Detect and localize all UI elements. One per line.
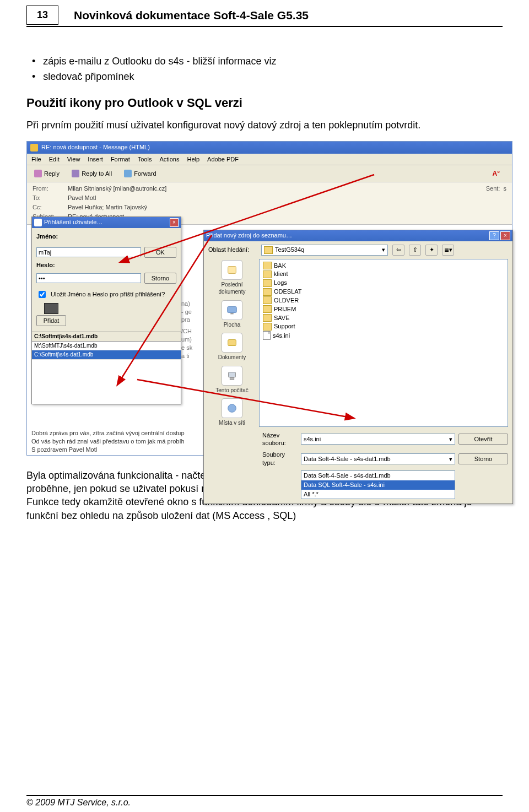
text-fragment: um) <box>181 335 192 344</box>
reply-all-label: Reply to All <box>82 170 112 178</box>
back-icon[interactable]: ⇦ <box>392 245 404 256</box>
save-credentials-checkbox[interactable] <box>39 291 46 298</box>
text-fragment: e sk <box>181 344 192 352</box>
views-icon[interactable]: ≣▾ <box>442 245 454 256</box>
places-label: Dokumenty <box>218 354 246 361</box>
menu-tools[interactable]: Tools <box>138 155 152 164</box>
text-fragment: - ge <box>181 308 192 316</box>
folder-name: SAVE <box>274 314 290 322</box>
menu-help[interactable]: Help <box>187 155 199 164</box>
folder-name: ODESLAT <box>274 288 302 296</box>
lookin-combo[interactable]: TestG534q ▾ <box>261 245 388 256</box>
help-icon[interactable]: ? <box>489 231 499 240</box>
folder-icon <box>263 314 272 322</box>
filetype-option-selected[interactable]: Data SQL Soft-4-Sale - s4s.ini <box>301 480 455 490</box>
menu-edit[interactable]: Edit <box>49 155 60 164</box>
folder-item[interactable]: PRIJEM <box>263 305 504 313</box>
filename-input[interactable]: s4s.ini▾ <box>301 434 455 445</box>
datasource-list: C:\Softmtj\s4s-dat1.mdb M:\SoftMTJ\s4s-d… <box>32 332 181 360</box>
computer-icon <box>222 366 242 386</box>
forward-button[interactable]: Forward <box>120 169 160 179</box>
places-recent[interactable]: Poslední dokumenty <box>208 260 256 296</box>
filetype-dropdown[interactable]: Data Soft-4-Sale - s4s-dat1.mdb Data SQL… <box>301 470 455 500</box>
outlook-toolbar: Reply Reply to All Forward A° <box>27 165 512 182</box>
a-tracking-icon[interactable]: A° <box>493 169 500 178</box>
folder-name: klient <box>274 270 288 278</box>
chevron-down-icon: ▾ <box>449 455 452 463</box>
reply-icon <box>34 170 42 177</box>
new-folder-icon[interactable]: ✦ <box>425 245 438 256</box>
menu-actions[interactable]: Actions <box>159 155 179 164</box>
forward-label: Forward <box>134 170 156 178</box>
folder-item[interactable]: SAVE <box>263 314 504 322</box>
menu-adobe[interactable]: Adobe PDF <box>207 155 239 164</box>
bullet-list: zápis e-mailu z Outlooku do s4s - bližší… <box>32 55 503 84</box>
ok-button[interactable]: OK <box>144 247 176 258</box>
file-item[interactable]: s4s.ini <box>263 331 504 340</box>
svg-rect-2 <box>230 313 234 314</box>
places-desktop[interactable]: Plocha <box>222 300 242 329</box>
heslo-input[interactable] <box>36 273 141 283</box>
cancel-button[interactable]: Storno <box>458 453 508 464</box>
filetype-option[interactable]: Data Soft-4-Sale - s4s-dat1.mdb <box>301 471 455 480</box>
desktop-icon <box>222 300 242 320</box>
filename-label: Název souboru: <box>262 431 298 448</box>
svg-rect-1 <box>228 306 237 312</box>
filename-value: s4s.ini <box>304 435 321 443</box>
app-icon <box>34 219 42 226</box>
text-fragment: pra <box>181 316 192 324</box>
intro-paragraph: Při prvním použití musí uživatel konfigu… <box>26 118 503 132</box>
pridat-button[interactable]: Přidat <box>36 315 66 326</box>
close-icon[interactable]: × <box>500 231 510 240</box>
folder-name: PRIJEM <box>274 305 296 313</box>
folder-item[interactable]: OLDVER <box>263 296 504 305</box>
reply-all-button[interactable]: Reply to All <box>68 169 116 179</box>
chevron-down-icon: ▾ <box>449 435 452 443</box>
svg-point-6 <box>228 404 236 413</box>
folder-icon <box>263 279 272 287</box>
up-icon[interactable]: ⇧ <box>409 245 421 256</box>
places-documents[interactable]: Dokumenty <box>218 333 246 361</box>
folder-item[interactable]: Support <box>263 322 504 331</box>
menu-file[interactable]: File <box>31 155 41 164</box>
cc-label: Cc: <box>33 203 63 212</box>
folder-item[interactable]: Logs <box>263 279 504 287</box>
open-file-title: Přidat nový zdroj do seznamu… <box>206 231 292 240</box>
folder-icon <box>263 288 272 296</box>
open-button[interactable]: Otevřít <box>458 434 508 445</box>
folder-item[interactable]: ODESLAT <box>263 288 504 296</box>
open-file-dialog: Přidat nový zdroj do seznamu… ? × Oblast… <box>203 230 513 505</box>
to-value: Pavel Motl <box>68 194 469 202</box>
filetype-value: Data Soft-4-Sale - s4s-dat1.mdb <box>304 455 391 463</box>
file-list[interactable]: BAK klient Logs ODESLAT OLDVER PRIJEM SA… <box>259 259 508 427</box>
text-fragment: a ti <box>181 352 192 360</box>
places-computer[interactable]: Tento počítač <box>215 366 248 394</box>
forward-icon <box>124 170 132 177</box>
datasource-row[interactable]: M:\SoftMTJ\s4s-dat1.mdb <box>32 342 181 351</box>
filetype-combo[interactable]: Data Soft-4-Sale - s4s-dat1.mdb▾ <box>301 453 455 464</box>
menu-insert[interactable]: Insert <box>88 155 103 164</box>
body-line: Od vás bych rád znal vaši představu o to… <box>31 437 185 446</box>
menu-format[interactable]: Format <box>111 155 130 164</box>
documents-icon <box>222 333 242 353</box>
datasource-row-selected[interactable]: C:\Softmtj\s4s-dat1.mdb <box>32 350 181 360</box>
filetype-option[interactable]: All *.* <box>301 490 455 499</box>
jmeno-input[interactable] <box>36 247 141 257</box>
folder-icon <box>263 305 272 313</box>
close-icon[interactable]: × <box>170 218 179 227</box>
menu-view[interactable]: View <box>67 155 80 164</box>
page-number: 13 <box>26 6 58 25</box>
folder-item[interactable]: klient <box>263 270 504 278</box>
folder-icon <box>263 296 272 304</box>
folder-icon <box>263 262 272 269</box>
reply-button[interactable]: Reply <box>30 169 63 179</box>
storno-button[interactable]: Storno <box>144 273 176 284</box>
heslo-label: Heslo: <box>36 261 176 269</box>
ini-file-icon <box>263 331 271 340</box>
message-body-text: Dobrá zpráva pro vás, zítra začíná vývoj… <box>31 429 185 454</box>
outlook-titlebar: RE: nová dostupnost - Message (HTML) <box>27 142 512 154</box>
folder-item[interactable]: BAK <box>263 262 504 270</box>
lookin-value: TestG534q <box>275 246 304 254</box>
places-network[interactable]: Místa v síti <box>219 398 245 427</box>
list-item: sledovač připomínek <box>32 70 503 83</box>
